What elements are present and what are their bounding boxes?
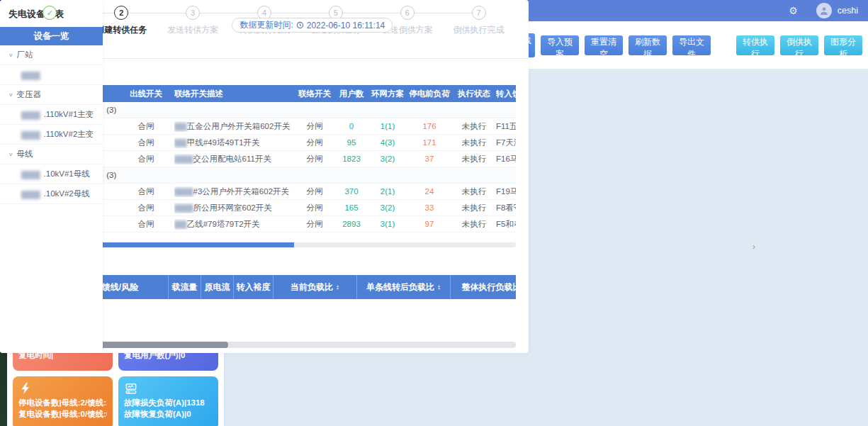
device-overview-header[interactable]: 设备一览 [0, 27, 103, 45]
right-panel: 失电设备列表 设备一览 ∨厂站 ▇▇▇ ∨变压器 ▇▇▇.110kV#1主变 ▇… [0, 0, 103, 353]
step-send-transfer-plan: 3 发送转供方案 [157, 6, 229, 36]
clock-icon [296, 21, 304, 29]
update-time-value: 2022-06-10 16:11:14 [307, 21, 385, 30]
user-box[interactable]: ceshi [816, 3, 858, 18]
expand-right-panel-handle[interactable]: › [750, 235, 758, 257]
tree-group-transformer[interactable]: ∨变压器 [0, 85, 103, 105]
backfeed-execute-button[interactable]: 倒供执行 [780, 35, 818, 55]
sort-icon[interactable]: ▲▼ [336, 284, 339, 290]
tree-group-station[interactable]: ∨厂站 [0, 45, 103, 65]
outage-devices-card: 停电设备数|母线:2/馈线:12 复电设备数|母线:0/馈线:0 [13, 376, 113, 426]
tree-group-bus[interactable]: ∨母线 [0, 145, 103, 164]
sort-icon[interactable]: ▲▼ [437, 284, 441, 290]
chevron-down-icon: ∨ [9, 92, 13, 98]
chevron-down-icon: ∨ [9, 152, 13, 157]
tree-leaf-bus1[interactable]: ▇▇▇.10kV#1母线 [0, 164, 103, 184]
tree-leaf-transformer2[interactable]: ▇▇▇.110kV#2主变 [0, 125, 103, 145]
app-root: 主配协同自愈控制系统 主配协同自愈 电网运行风险分析 电网运行模拟预案 ⚙ ce… [0, 0, 868, 426]
device-tree: ∨厂站 ▇▇▇ ∨变压器 ▇▇▇.110kV#1主变 ▇▇▇.110kV#2主变… [0, 45, 103, 204]
export-file-button[interactable]: 导出文件 [672, 35, 711, 55]
transfer-execute-button[interactable]: 转供执行 [736, 35, 774, 55]
tree-leaf-bus2[interactable]: ▇▇▇.10kV#2母线 [0, 184, 103, 204]
update-time-chip: 数据更新时间: 2022-06-10 16:11:14 [232, 18, 393, 33]
bolt-icon [18, 381, 107, 397]
graph-analysis-button[interactable]: 图形分析 [824, 35, 862, 55]
step-backfeed-done: 7 倒供执行完成 [443, 6, 514, 36]
refresh-data-button[interactable]: 刷新数据 [629, 35, 667, 55]
chevron-down-icon: ∨ [9, 52, 13, 58]
username: ceshi [838, 6, 858, 16]
load-monitor-icon [124, 381, 213, 397]
import-plan-button[interactable]: 导入预案 [541, 35, 579, 55]
update-time-label: 数据更新时间: [239, 19, 293, 31]
tree-leaf-transformer1[interactable]: ▇▇▇.110kV#1主变 [0, 105, 103, 125]
nav-right: ⚙ ceshi [789, 3, 868, 18]
avatar-icon [816, 3, 832, 18]
fault-load-card: 故障损失负荷(A)|1318 故障恢复负荷(A)|0 [118, 376, 218, 426]
toolbar-buttons: 分析转出馈线 转供电方案 导入预案 重置清空 刷新数据 导出文件 转供执行 倒供… [481, 33, 868, 57]
gear-icon[interactable]: ⚙ [789, 5, 798, 16]
tree-leaf-station[interactable]: ▇▇▇ [0, 65, 103, 85]
reset-clear-button[interactable]: 重置清空 [585, 35, 623, 55]
